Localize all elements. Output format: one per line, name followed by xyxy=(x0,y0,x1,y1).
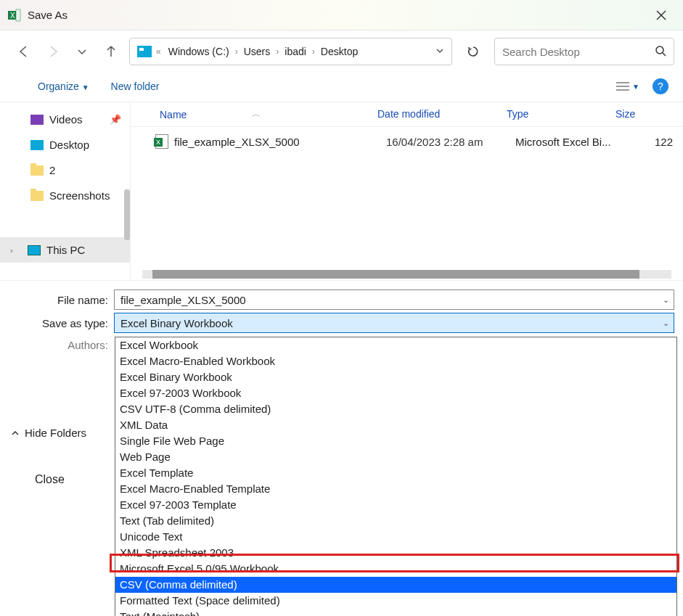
saveastype-option[interactable]: XML Data xyxy=(115,417,676,433)
drive-icon xyxy=(137,46,152,57)
folder-icon xyxy=(30,191,44,201)
sidebar-item-label: This PC xyxy=(46,244,85,256)
saveastype-option[interactable]: Excel Binary Workbook xyxy=(115,369,676,385)
filename-field[interactable]: file_example_XLSX_5000 ⌄ xyxy=(114,289,674,310)
sidebar-item-label: 2 xyxy=(49,164,55,176)
breadcrumb-prev-icon: « xyxy=(156,46,164,57)
sort-indicator-icon: ︿ xyxy=(252,108,261,120)
search-box[interactable] xyxy=(494,38,674,65)
saveastype-option[interactable]: Excel Macro-Enabled Template xyxy=(115,481,676,497)
authors-label: Authors: xyxy=(9,339,114,351)
nav-forward-button[interactable] xyxy=(42,41,64,62)
saveastype-option[interactable]: Microsoft Excel 5.0/95 Workbook xyxy=(115,561,676,577)
nav-recent-dropdown[interactable] xyxy=(71,41,93,62)
excel-app-icon: X xyxy=(7,8,22,22)
sidebar-item-2[interactable]: 2 xyxy=(0,157,130,183)
saveastype-label: Save as type: xyxy=(9,317,114,329)
file-date: 16/04/2023 2:28 am xyxy=(386,136,515,148)
file-size: 122 xyxy=(624,136,676,148)
new-folder-button[interactable]: New folder xyxy=(111,81,160,92)
saveastype-option[interactable]: Text (Macintosh) xyxy=(115,609,676,616)
saveastype-value: Excel Binary Workbook xyxy=(120,317,233,329)
file-name: file_example_XLSX_5000 xyxy=(174,136,386,148)
sidebar-item-label: Screenshots xyxy=(49,189,110,202)
saveastype-option[interactable]: Web Page xyxy=(115,449,676,465)
breadcrumb-item[interactable]: Desktop xyxy=(318,44,361,59)
column-name[interactable]: Name︿ xyxy=(160,108,377,120)
excel-file-icon xyxy=(154,134,170,149)
organize-menu[interactable]: Organize ▼ xyxy=(38,81,89,92)
horizontal-scrollbar[interactable] xyxy=(142,270,671,279)
saveastype-option[interactable]: Excel Workbook xyxy=(115,337,676,353)
filename-row: File name: file_example_XLSX_5000 ⌄ xyxy=(9,289,674,310)
nav-row: « Windows (C:) › Users › ibadi › Desktop xyxy=(0,30,683,74)
sidebar-item-this-pc[interactable]: › This PC xyxy=(0,237,130,263)
breadcrumb-dropdown-icon[interactable] xyxy=(435,46,444,57)
column-type[interactable]: Type xyxy=(507,108,615,120)
saveastype-field[interactable]: Excel Binary Workbook ⌄ xyxy=(114,313,674,333)
filename-value: file_example_XLSX_5000 xyxy=(120,294,246,306)
chevron-right-icon: › xyxy=(274,46,280,57)
desktop-icon xyxy=(30,140,44,150)
breadcrumb-address-bar[interactable]: « Windows (C:) › Users › ibadi › Desktop xyxy=(129,38,452,65)
saveastype-option[interactable]: Single File Web Page xyxy=(115,433,676,449)
file-list-area: Name︿ Date modified Type Size file_examp… xyxy=(131,102,683,280)
videos-icon xyxy=(30,115,44,125)
window-title: Save As xyxy=(28,9,68,21)
saveastype-option[interactable]: XML Spreadsheet 2003 xyxy=(115,545,676,561)
sidebar-item-screenshots[interactable]: Screenshots xyxy=(0,183,130,208)
saveastype-dropdown-icon[interactable]: ⌄ xyxy=(663,319,669,328)
sidebar-item-desktop[interactable]: Desktop xyxy=(0,132,130,157)
nav-back-button[interactable] xyxy=(13,41,35,62)
saveastype-option[interactable]: CSV (Comma delimited) xyxy=(115,577,676,593)
sidebar-item-label: Desktop xyxy=(49,139,89,151)
view-options-button[interactable]: ▼ xyxy=(616,81,639,91)
chevron-right-icon: › xyxy=(234,46,240,57)
close-button[interactable]: Close xyxy=(35,473,65,486)
saveastype-dropdown-list[interactable]: Excel WorkbookExcel Macro-Enabled Workbo… xyxy=(115,337,677,616)
saveastype-option[interactable]: Formatted Text (Space delimited) xyxy=(115,593,676,609)
svg-point-5 xyxy=(656,46,663,54)
saveastype-option[interactable]: Text (Tab delimited) xyxy=(115,513,676,529)
svg-rect-2 xyxy=(16,9,20,21)
close-window-button[interactable] xyxy=(647,1,676,30)
sidebar-item-videos[interactable]: Videos 📌 xyxy=(0,107,130,132)
titlebar: X Save As xyxy=(0,0,683,30)
help-button[interactable]: ? xyxy=(653,78,668,94)
organize-label: Organize xyxy=(38,81,79,92)
svg-text:X: X xyxy=(10,12,15,20)
hide-folders-button[interactable]: Hide Folders xyxy=(10,427,86,439)
filename-dropdown-icon[interactable]: ⌄ xyxy=(663,295,669,305)
column-date[interactable]: Date modified xyxy=(377,108,507,120)
pin-icon: 📌 xyxy=(110,114,121,125)
file-row[interactable]: file_example_XLSX_5000 16/04/2023 2:28 a… xyxy=(131,127,683,156)
expand-icon[interactable]: › xyxy=(10,246,13,255)
column-size[interactable]: Size xyxy=(615,108,676,120)
filename-label: File name: xyxy=(9,294,114,306)
saveastype-option[interactable]: Unicode Text xyxy=(115,529,676,545)
saveastype-option[interactable]: Excel 97-2003 Template xyxy=(115,497,676,513)
breadcrumb-item[interactable]: Users xyxy=(241,44,274,59)
saveastype-option[interactable]: Excel 97-2003 Workbook xyxy=(115,385,676,401)
hide-folders-label: Hide Folders xyxy=(25,427,86,439)
sidebar: Videos 📌 Desktop 2 Screenshots › This PC xyxy=(0,102,131,280)
saveastype-option[interactable]: Excel Macro-Enabled Workbook xyxy=(115,353,676,369)
saveastype-option[interactable]: Excel Template xyxy=(115,465,676,481)
breadcrumb-item[interactable]: Windows (C:) xyxy=(165,44,232,59)
saveastype-row: Save as type: Excel Binary Workbook ⌄ xyxy=(9,313,674,333)
column-headers: Name︿ Date modified Type Size xyxy=(131,102,683,127)
chevron-right-icon: › xyxy=(311,46,316,57)
file-type: Microsoft Excel Bi... xyxy=(515,136,624,148)
breadcrumb-item[interactable]: ibadi xyxy=(282,44,309,59)
refresh-button[interactable] xyxy=(459,38,487,65)
sidebar-scrollbar[interactable] xyxy=(124,189,130,240)
svg-line-6 xyxy=(663,53,666,56)
sidebar-item-label: Videos xyxy=(49,113,83,126)
nav-up-button[interactable] xyxy=(100,41,122,62)
toolbar: Organize ▼ New folder ▼ ? xyxy=(0,74,683,102)
saveastype-option[interactable]: CSV UTF-8 (Comma delimited) xyxy=(115,401,676,417)
search-input[interactable] xyxy=(502,46,655,58)
search-icon[interactable] xyxy=(655,45,666,59)
folder-icon xyxy=(30,165,44,176)
this-pc-icon xyxy=(28,245,41,255)
